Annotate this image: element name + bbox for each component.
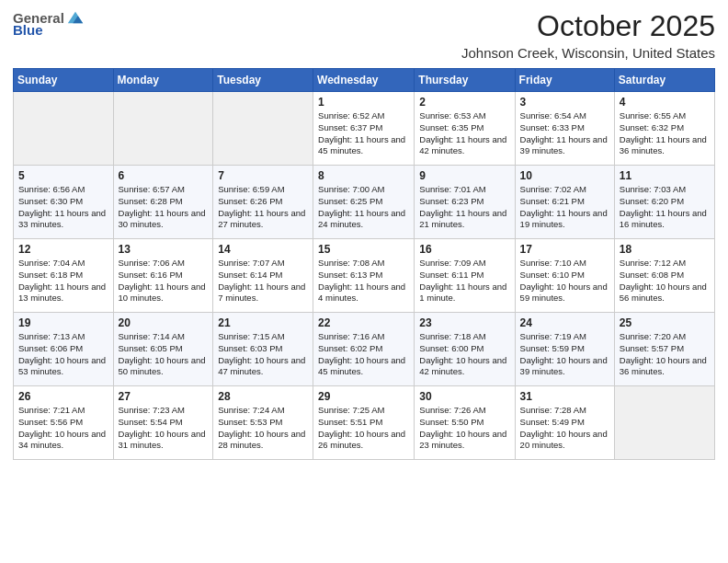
table-row: 13Sunrise: 7:06 AMSunset: 6:16 PMDayligh… [113,239,213,313]
day-info: Sunrise: 7:14 AMSunset: 6:05 PMDaylight:… [119,331,209,378]
table-row: 11Sunrise: 7:03 AMSunset: 6:20 PMDayligh… [614,166,714,239]
day-number: 4 [620,96,710,109]
table-row [614,386,714,460]
day-number: 3 [520,96,609,109]
table-row: 12Sunrise: 7:04 AMSunset: 6:18 PMDayligh… [14,239,114,313]
day-info: Sunrise: 7:03 AMSunset: 6:20 PMDaylight:… [620,184,710,231]
calendar-table: Sunday Monday Tuesday Wednesday Thursday… [13,68,715,460]
logo-icon [66,9,85,26]
table-row: 4Sunrise: 6:55 AMSunset: 6:32 PMDaylight… [614,92,714,166]
day-number: 28 [218,390,308,403]
day-info: Sunrise: 6:57 AMSunset: 6:28 PMDaylight:… [119,184,209,231]
day-info: Sunrise: 7:23 AMSunset: 5:54 PMDaylight:… [119,405,209,452]
calendar-week-row: 12Sunrise: 7:04 AMSunset: 6:18 PMDayligh… [14,239,715,313]
day-number: 1 [318,96,409,109]
day-number: 5 [18,169,108,182]
table-row: 9Sunrise: 7:01 AMSunset: 6:23 PMDaylight… [415,166,515,239]
calendar-week-row: 19Sunrise: 7:13 AMSunset: 6:06 PMDayligh… [14,313,715,386]
table-row [113,92,213,166]
day-info: Sunrise: 7:20 AMSunset: 5:57 PMDaylight:… [620,331,710,378]
day-number: 17 [520,243,609,256]
day-number: 8 [318,169,409,182]
table-row: 20Sunrise: 7:14 AMSunset: 6:05 PMDayligh… [113,313,213,386]
day-number: 19 [18,316,108,329]
calendar-header-row: Sunday Monday Tuesday Wednesday Thursday… [14,69,715,92]
day-info: Sunrise: 7:25 AMSunset: 5:51 PMDaylight:… [318,405,409,452]
day-info: Sunrise: 7:28 AMSunset: 5:49 PMDaylight:… [520,405,609,452]
day-number: 30 [419,390,509,403]
table-row: 14Sunrise: 7:07 AMSunset: 6:14 PMDayligh… [213,239,313,313]
day-number: 20 [119,316,209,329]
day-number: 12 [18,243,108,256]
table-row: 5Sunrise: 6:56 AMSunset: 6:30 PMDaylight… [14,166,114,239]
day-info: Sunrise: 7:01 AMSunset: 6:23 PMDaylight:… [419,184,509,231]
table-row: 23Sunrise: 7:18 AMSunset: 6:00 PMDayligh… [415,313,515,386]
table-row: 17Sunrise: 7:10 AMSunset: 6:10 PMDayligh… [515,239,614,313]
table-row: 22Sunrise: 7:16 AMSunset: 6:02 PMDayligh… [313,313,415,386]
col-monday: Monday [113,69,213,92]
day-info: Sunrise: 7:04 AMSunset: 6:18 PMDaylight:… [18,258,108,304]
calendar-week-row: 1Sunrise: 6:52 AMSunset: 6:37 PMDaylight… [14,92,715,166]
table-row: 2Sunrise: 6:53 AMSunset: 6:35 PMDaylight… [415,92,515,166]
title-block: October 2025 Johnson Creek, Wisconsin, U… [461,9,715,61]
table-row [213,92,313,166]
day-info: Sunrise: 7:07 AMSunset: 6:14 PMDaylight:… [218,258,308,304]
day-number: 23 [419,316,509,329]
table-row: 27Sunrise: 7:23 AMSunset: 5:54 PMDayligh… [113,386,213,460]
logo: General Blue [13,9,85,38]
month-title: October 2025 [461,9,715,43]
logo-blue-text: Blue [13,22,43,38]
day-number: 13 [119,243,209,256]
day-info: Sunrise: 7:13 AMSunset: 6:06 PMDaylight:… [18,331,108,378]
day-info: Sunrise: 7:26 AMSunset: 5:50 PMDaylight:… [419,405,509,452]
calendar-week-row: 26Sunrise: 7:21 AMSunset: 5:56 PMDayligh… [14,386,715,460]
day-number: 14 [218,243,308,256]
day-info: Sunrise: 7:24 AMSunset: 5:53 PMDaylight:… [218,405,308,452]
day-number: 26 [18,390,108,403]
header: General Blue October 2025 Johnson Creek,… [13,9,715,61]
day-info: Sunrise: 7:21 AMSunset: 5:56 PMDaylight:… [18,405,108,452]
table-row: 21Sunrise: 7:15 AMSunset: 6:03 PMDayligh… [213,313,313,386]
table-row [14,92,114,166]
location-title: Johnson Creek, Wisconsin, United States [461,45,715,61]
table-row: 3Sunrise: 6:54 AMSunset: 6:33 PMDaylight… [515,92,614,166]
table-row: 26Sunrise: 7:21 AMSunset: 5:56 PMDayligh… [14,386,114,460]
day-number: 22 [318,316,409,329]
table-row: 29Sunrise: 7:25 AMSunset: 5:51 PMDayligh… [313,386,415,460]
table-row: 28Sunrise: 7:24 AMSunset: 5:53 PMDayligh… [213,386,313,460]
table-row: 1Sunrise: 6:52 AMSunset: 6:37 PMDaylight… [313,92,415,166]
table-row: 24Sunrise: 7:19 AMSunset: 5:59 PMDayligh… [515,313,614,386]
table-row: 18Sunrise: 7:12 AMSunset: 6:08 PMDayligh… [614,239,714,313]
col-saturday: Saturday [614,69,714,92]
day-number: 7 [218,169,308,182]
table-row: 30Sunrise: 7:26 AMSunset: 5:50 PMDayligh… [415,386,515,460]
day-number: 31 [520,390,609,403]
day-info: Sunrise: 7:06 AMSunset: 6:16 PMDaylight:… [119,258,209,304]
calendar-week-row: 5Sunrise: 6:56 AMSunset: 6:30 PMDaylight… [14,166,715,239]
day-info: Sunrise: 7:19 AMSunset: 5:59 PMDaylight:… [520,331,609,378]
day-number: 9 [419,169,509,182]
day-info: Sunrise: 7:00 AMSunset: 6:25 PMDaylight:… [318,184,409,231]
col-friday: Friday [515,69,614,92]
day-number: 25 [620,316,710,329]
table-row: 25Sunrise: 7:20 AMSunset: 5:57 PMDayligh… [614,313,714,386]
day-number: 15 [318,243,409,256]
day-number: 16 [419,243,509,256]
table-row: 31Sunrise: 7:28 AMSunset: 5:49 PMDayligh… [515,386,614,460]
col-wednesday: Wednesday [313,69,415,92]
day-info: Sunrise: 7:16 AMSunset: 6:02 PMDaylight:… [318,331,409,378]
day-info: Sunrise: 6:56 AMSunset: 6:30 PMDaylight:… [18,184,108,231]
day-number: 11 [620,169,710,182]
day-number: 2 [419,96,509,109]
col-sunday: Sunday [14,69,114,92]
table-row: 8Sunrise: 7:00 AMSunset: 6:25 PMDaylight… [313,166,415,239]
day-info: Sunrise: 6:59 AMSunset: 6:26 PMDaylight:… [218,184,308,231]
col-tuesday: Tuesday [213,69,313,92]
day-info: Sunrise: 7:02 AMSunset: 6:21 PMDaylight:… [520,184,609,231]
day-number: 21 [218,316,308,329]
day-number: 27 [119,390,209,403]
day-number: 24 [520,316,609,329]
table-row: 7Sunrise: 6:59 AMSunset: 6:26 PMDaylight… [213,166,313,239]
day-info: Sunrise: 7:09 AMSunset: 6:11 PMDaylight:… [419,258,509,304]
table-row: 16Sunrise: 7:09 AMSunset: 6:11 PMDayligh… [415,239,515,313]
